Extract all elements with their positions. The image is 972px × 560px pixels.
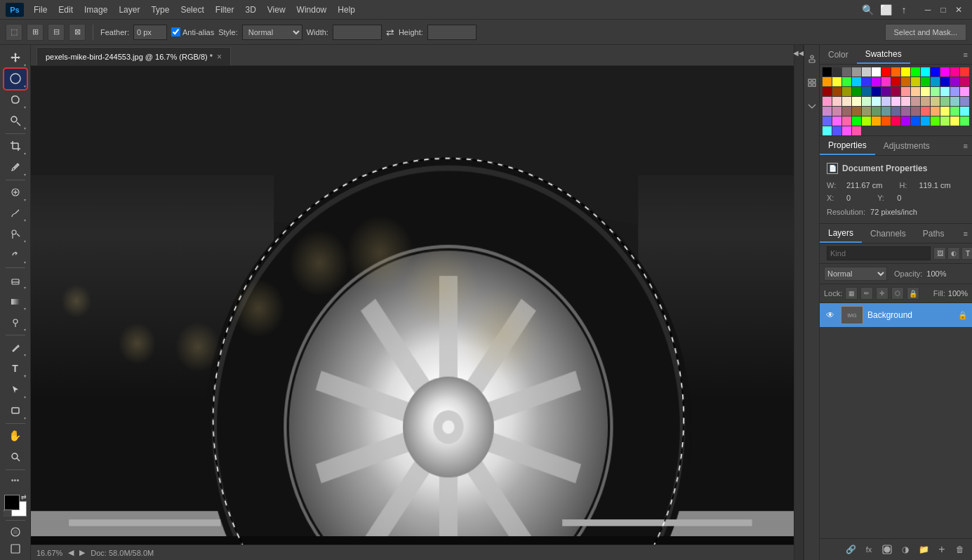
status-arrow-right[interactable]: ▶: [79, 548, 85, 557]
lock-transparent-btn[interactable]: ▦: [845, 287, 858, 300]
swatch[interactable]: [862, 67, 871, 76]
swatch[interactable]: [832, 107, 841, 116]
swatch[interactable]: [950, 67, 959, 76]
swatch[interactable]: [950, 77, 959, 86]
swatch[interactable]: [931, 97, 940, 106]
swatch[interactable]: [852, 97, 861, 106]
swatch[interactable]: [960, 107, 969, 116]
move-tool[interactable]: ▾: [4, 48, 27, 68]
swatch[interactable]: [891, 77, 900, 86]
add-selection-btn[interactable]: ⊞: [27, 24, 44, 41]
swap-icon[interactable]: ⇄: [386, 27, 394, 38]
swatch[interactable]: [832, 126, 841, 135]
swatch[interactable]: [931, 67, 940, 76]
lock-all-btn[interactable]: 🔒: [907, 287, 919, 300]
swatch[interactable]: [950, 107, 959, 116]
anti-alias-label[interactable]: Anti-alias: [171, 27, 214, 36]
swatch[interactable]: [872, 116, 881, 126]
layers-delete-btn[interactable]: 🗑: [952, 542, 968, 557]
swatch[interactable]: [891, 67, 900, 76]
tab-properties[interactable]: Properties: [820, 136, 875, 155]
swatch[interactable]: [823, 97, 832, 106]
layers-panel-menu[interactable]: ≡: [959, 227, 972, 241]
foreground-color-swatch[interactable]: [4, 495, 20, 510]
window-maximize[interactable]: □: [936, 2, 951, 18]
filter-adjust-btn[interactable]: ◐: [947, 247, 960, 260]
layer-visibility-eye[interactable]: 👁: [824, 309, 837, 321]
color-panel-menu[interactable]: ≡: [959, 48, 972, 62]
lock-artboard-btn[interactable]: ⬡: [891, 287, 904, 300]
swatch[interactable]: [881, 87, 891, 96]
zoom-tool[interactable]: [4, 447, 27, 467]
tab-close-btn[interactable]: ×: [217, 52, 222, 62]
layers-adjustment-btn[interactable]: ◑: [898, 542, 913, 557]
clone-stamp-tool[interactable]: ▾: [4, 224, 27, 244]
swatch[interactable]: [901, 67, 910, 76]
more-tools[interactable]: •••: [4, 472, 27, 488]
elliptical-marquee-tool[interactable]: ▾: [4, 69, 27, 89]
spot-healing-tool[interactable]: ▾: [4, 182, 27, 203]
subtract-selection-btn[interactable]: ⊟: [48, 24, 65, 41]
swatch[interactable]: [960, 67, 969, 76]
swatch[interactable]: [921, 67, 930, 76]
tab-paths[interactable]: Paths: [914, 224, 953, 243]
swatch[interactable]: [960, 77, 969, 86]
right-panel-icon-3[interactable]: [806, 95, 818, 118]
swatch[interactable]: [881, 116, 891, 126]
style-select[interactable]: Normal Fixed Ratio Fixed Size: [242, 25, 302, 40]
default-colors-icon[interactable]: ⬛: [3, 509, 11, 516]
swatch[interactable]: [921, 87, 930, 96]
gradient-tool[interactable]: ▾: [4, 291, 27, 312]
menu-help[interactable]: Help: [332, 2, 361, 18]
layers-new-btn[interactable]: +: [934, 542, 950, 557]
swatch[interactable]: [940, 97, 950, 106]
right-panel-icon-2[interactable]: [806, 72, 818, 94]
swatch[interactable]: [960, 97, 969, 106]
swatch[interactable]: [911, 116, 920, 126]
swatch[interactable]: [862, 77, 871, 86]
swatch[interactable]: [881, 97, 891, 106]
swatch[interactable]: [842, 77, 851, 86]
swatch[interactable]: [901, 77, 910, 86]
swatch[interactable]: [940, 67, 950, 76]
swatch[interactable]: [832, 97, 841, 106]
menu-select[interactable]: Select: [175, 2, 209, 18]
lock-image-btn[interactable]: ✏: [860, 287, 873, 300]
swatch[interactable]: [842, 97, 851, 106]
screen-mode-btn[interactable]: [4, 541, 27, 557]
layers-fx-btn[interactable]: fx: [861, 542, 877, 557]
swatch[interactable]: [931, 87, 940, 96]
eyedropper-tool[interactable]: ▾: [4, 157, 27, 178]
menu-layer[interactable]: Layer: [113, 2, 145, 18]
document-tab[interactable]: pexels-mike-bird-244553.jpg @ 16.7% (RGB…: [36, 47, 231, 65]
swatch[interactable]: [862, 97, 871, 106]
swatch[interactable]: [852, 77, 861, 86]
swatch[interactable]: [960, 87, 969, 96]
swatch[interactable]: [901, 97, 910, 106]
intersect-selection-btn[interactable]: ⊠: [69, 24, 86, 41]
rectangle-tool[interactable]: ▾: [4, 401, 27, 421]
swatch[interactable]: [823, 87, 832, 96]
swatch[interactable]: [911, 87, 920, 96]
swatch[interactable]: [852, 126, 861, 135]
brush-tool[interactable]: ▾: [4, 204, 27, 224]
eraser-tool[interactable]: ▾: [4, 270, 27, 291]
swatch[interactable]: [823, 116, 832, 126]
swatch[interactable]: [862, 87, 871, 96]
layers-link-btn[interactable]: 🔗: [843, 542, 858, 557]
menu-image[interactable]: Image: [79, 2, 113, 18]
swatch[interactable]: [940, 77, 950, 86]
filter-type-btn[interactable]: T: [961, 247, 972, 260]
swatch[interactable]: [823, 126, 832, 135]
swatch[interactable]: [842, 87, 851, 96]
swatch[interactable]: [881, 67, 891, 76]
width-input[interactable]: [333, 25, 382, 40]
swatch[interactable]: [881, 77, 891, 86]
swatch[interactable]: [891, 116, 900, 126]
swatch[interactable]: [911, 107, 920, 116]
swatch[interactable]: [940, 87, 950, 96]
swatch[interactable]: [832, 67, 841, 76]
swatch[interactable]: [891, 87, 900, 96]
quick-mask-btn[interactable]: [4, 524, 27, 540]
swatch[interactable]: [842, 126, 851, 135]
